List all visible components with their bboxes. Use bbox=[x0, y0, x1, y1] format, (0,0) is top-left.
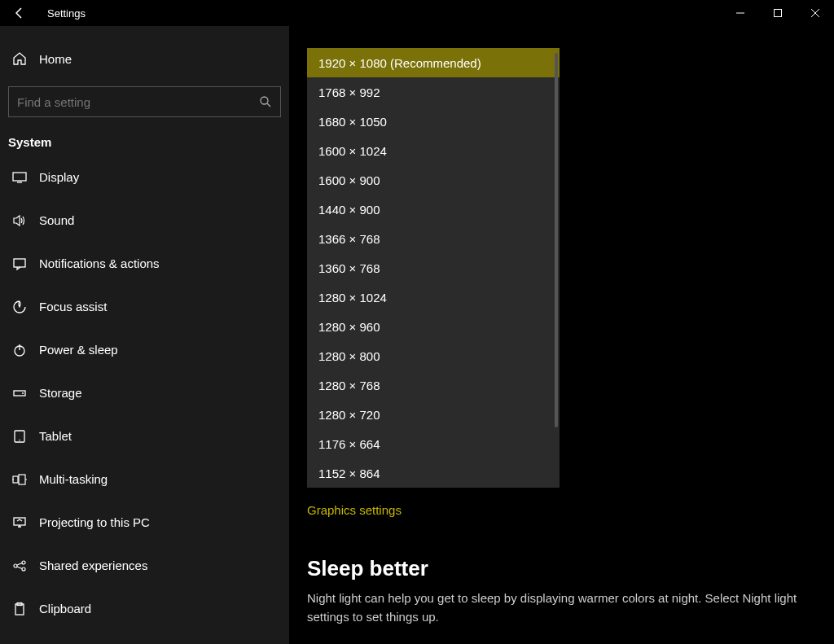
resolution-option[interactable]: 1768 × 992 bbox=[307, 77, 560, 107]
home-label: Home bbox=[39, 52, 72, 66]
graphics-settings-link[interactable]: Graphics settings bbox=[307, 503, 810, 517]
storage-icon bbox=[11, 385, 28, 401]
maximize-icon bbox=[773, 8, 783, 18]
resolution-option[interactable]: 1920 × 1080 (Recommended) bbox=[307, 48, 560, 77]
sidebar: Home System DisplaySoundNotifications & … bbox=[0, 26, 289, 644]
sidebar-item-notifications[interactable]: Notifications & actions bbox=[0, 242, 289, 285]
svg-point-13 bbox=[22, 561, 25, 564]
close-icon bbox=[810, 8, 820, 18]
display-icon bbox=[11, 169, 28, 186]
sidebar-item-power[interactable]: Power & sleep bbox=[0, 328, 289, 371]
category-heading: System bbox=[0, 117, 289, 156]
resolution-option[interactable]: 1176 × 664 bbox=[307, 429, 560, 458]
svg-rect-10 bbox=[19, 475, 25, 484]
resolution-option[interactable]: 1440 × 900 bbox=[307, 195, 560, 224]
search-input[interactable] bbox=[17, 95, 259, 109]
sidebar-item-shared[interactable]: Shared experiences bbox=[0, 544, 289, 587]
resolution-option[interactable]: 1680 × 1050 bbox=[307, 107, 560, 136]
sidebar-item-tablet[interactable]: Tablet bbox=[0, 414, 289, 458]
sidebar-item-projecting[interactable]: Projecting to this PC bbox=[0, 501, 289, 544]
svg-point-6 bbox=[22, 392, 24, 394]
close-button[interactable] bbox=[797, 0, 834, 26]
titlebar: Settings bbox=[0, 0, 834, 26]
resolution-option[interactable]: 1366 × 768 bbox=[307, 224, 560, 253]
sidebar-item-label: Display bbox=[39, 170, 79, 184]
resolution-option[interactable]: 1280 × 960 bbox=[307, 312, 560, 341]
svg-point-8 bbox=[19, 439, 20, 440]
sidebar-item-label: Tablet bbox=[39, 429, 72, 443]
back-arrow-icon bbox=[13, 7, 26, 20]
search-box[interactable] bbox=[8, 86, 281, 117]
projecting-icon bbox=[11, 515, 28, 531]
sidebar-item-label: Notifications & actions bbox=[39, 256, 160, 270]
sidebar-item-sound[interactable]: Sound bbox=[0, 199, 289, 242]
resolution-option[interactable]: 1152 × 864 bbox=[307, 458, 560, 488]
sidebar-item-display[interactable]: Display bbox=[0, 156, 289, 199]
resolution-option[interactable]: 1280 × 800 bbox=[307, 341, 560, 370]
svg-rect-2 bbox=[13, 173, 26, 181]
resolution-option[interactable]: 1600 × 900 bbox=[307, 165, 560, 195]
sidebar-item-focus[interactable]: Focus assist bbox=[0, 285, 289, 328]
sidebar-item-label: Power & sleep bbox=[39, 343, 118, 357]
window-title: Settings bbox=[39, 7, 86, 20]
svg-rect-0 bbox=[775, 10, 782, 17]
back-button[interactable] bbox=[0, 0, 39, 26]
resolution-option[interactable]: 1600 × 1024 bbox=[307, 136, 560, 165]
minimize-button[interactable] bbox=[722, 0, 759, 26]
shared-icon bbox=[11, 558, 28, 574]
resolution-dropdown[interactable]: 1920 × 1080 (Recommended)1768 × 9921680 … bbox=[307, 48, 560, 488]
minimize-icon bbox=[735, 8, 745, 18]
svg-rect-3 bbox=[14, 259, 25, 267]
sidebar-item-label: Multi-tasking bbox=[39, 472, 108, 486]
resolution-option[interactable]: 1280 × 720 bbox=[307, 400, 560, 429]
sound-icon bbox=[11, 212, 28, 229]
sidebar-item-multitasking[interactable]: Multi-tasking bbox=[0, 458, 289, 501]
resolution-option[interactable]: 1280 × 1024 bbox=[307, 283, 560, 312]
sidebar-item-label: Sound bbox=[39, 213, 74, 227]
focus-icon bbox=[11, 299, 28, 315]
maximize-button[interactable] bbox=[759, 0, 797, 26]
resolution-option[interactable]: 1360 × 768 bbox=[307, 253, 560, 283]
power-icon bbox=[11, 342, 28, 358]
sleep-better-body: Night light can help you get to sleep by… bbox=[307, 589, 810, 626]
home-icon bbox=[11, 50, 28, 67]
svg-point-12 bbox=[14, 564, 17, 567]
sidebar-item-label: Storage bbox=[39, 386, 82, 400]
sidebar-item-label: Projecting to this PC bbox=[39, 515, 150, 529]
search-icon bbox=[259, 95, 272, 108]
home-nav[interactable]: Home bbox=[0, 41, 289, 77]
sidebar-item-clipboard[interactable]: Clipboard bbox=[0, 587, 289, 630]
sidebar-item-label: Clipboard bbox=[39, 602, 91, 616]
tablet-icon bbox=[11, 428, 28, 445]
sleep-better-heading: Sleep better bbox=[307, 556, 810, 581]
clipboard-icon bbox=[11, 601, 28, 617]
sidebar-item-label: Focus assist bbox=[39, 300, 107, 313]
svg-point-1 bbox=[261, 97, 268, 104]
multitasking-icon bbox=[11, 471, 28, 488]
resolution-option[interactable]: 1280 × 768 bbox=[307, 370, 560, 400]
svg-point-14 bbox=[22, 567, 25, 571]
sidebar-item-storage[interactable]: Storage bbox=[0, 371, 289, 414]
dropdown-scrollbar[interactable] bbox=[555, 53, 558, 427]
notifications-icon bbox=[11, 256, 28, 272]
sidebar-item-label: Shared experiences bbox=[39, 559, 147, 572]
